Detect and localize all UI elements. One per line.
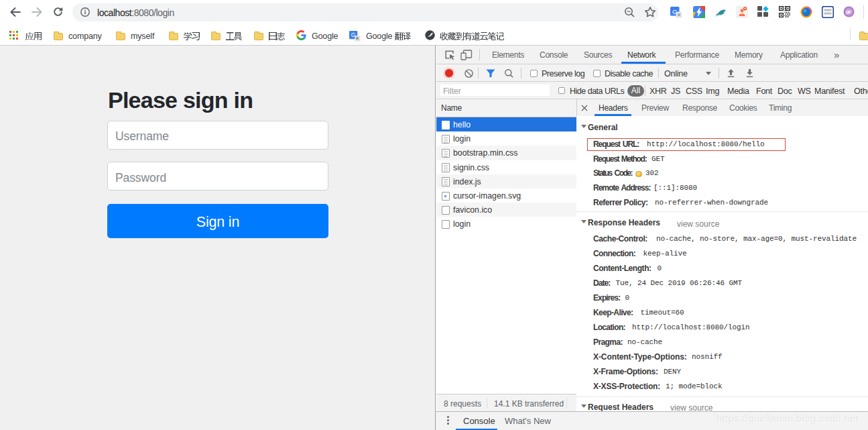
svg-text:G: G <box>351 32 356 38</box>
svg-text:IP: IP <box>847 9 851 15</box>
